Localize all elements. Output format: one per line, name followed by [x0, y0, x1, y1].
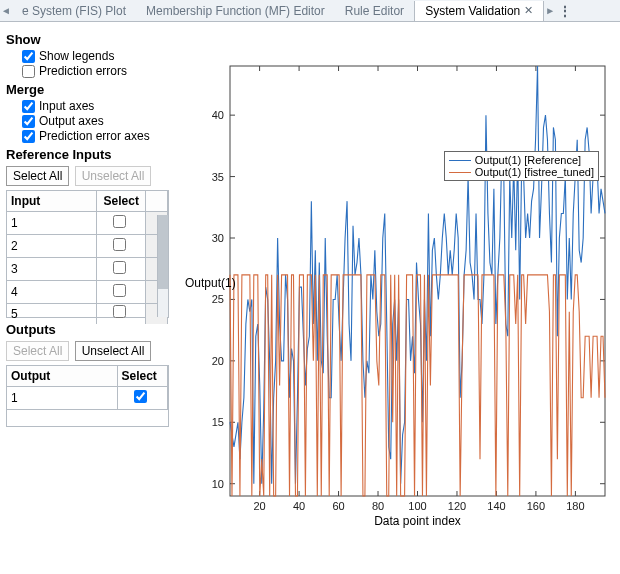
- input-2-select[interactable]: [113, 238, 126, 251]
- svg-text:100: 100: [408, 500, 426, 512]
- line-chart: 2040608010012014016018010152025303540 Ou…: [230, 66, 605, 496]
- close-icon[interactable]: ✕: [524, 4, 533, 17]
- svg-text:20: 20: [253, 500, 265, 512]
- svg-text:25: 25: [212, 293, 224, 305]
- legend-swatch: [449, 160, 471, 161]
- checkbox-input-axes[interactable]: [22, 100, 35, 113]
- y-axis-label: Output(1): [185, 276, 236, 290]
- ref-inputs-select-all[interactable]: Select All: [6, 166, 69, 186]
- section-outputs: Outputs: [6, 322, 181, 337]
- tab-scroll-left[interactable]: ◄: [0, 5, 12, 16]
- svg-text:120: 120: [448, 500, 466, 512]
- checkbox-show-legends[interactable]: [22, 50, 35, 63]
- table-row: 1: [7, 212, 168, 235]
- label-output-axes: Output axes: [39, 114, 104, 128]
- tab-label: System Validation: [425, 4, 520, 18]
- chart-legend: Output(1) [Reference] Output(1) [fistree…: [444, 151, 599, 181]
- label-pred-error-axes: Prediction error axes: [39, 129, 150, 143]
- checkbox-output-axes[interactable]: [22, 115, 35, 128]
- x-axis-label: Data point index: [230, 514, 605, 528]
- input-1-select[interactable]: [113, 215, 126, 228]
- table-row: 3: [7, 258, 168, 281]
- col-select: Select: [97, 191, 146, 212]
- kebab-icon[interactable]: ⋮: [556, 3, 574, 19]
- svg-text:10: 10: [212, 478, 224, 490]
- ref-inputs-unselect-all: Unselect All: [75, 166, 152, 186]
- tab-system-validation[interactable]: System Validation ✕: [414, 1, 544, 21]
- chevron-down-icon[interactable]: ▼: [158, 305, 167, 315]
- svg-text:60: 60: [332, 500, 344, 512]
- col-input: Input: [7, 191, 97, 212]
- svg-text:140: 140: [487, 500, 505, 512]
- tab-scroll-right[interactable]: ►: [544, 5, 556, 16]
- input-5-select[interactable]: [113, 305, 126, 318]
- table-row: 5: [7, 304, 168, 325]
- table-row: 1: [7, 387, 168, 410]
- table-row: 2: [7, 235, 168, 258]
- outputs-unselect-all[interactable]: Unselect All: [75, 341, 152, 361]
- table-row: 4: [7, 281, 168, 304]
- legend-swatch: [449, 172, 471, 173]
- checkbox-pred-error-axes[interactable]: [22, 130, 35, 143]
- section-merge: Merge: [6, 82, 181, 97]
- input-4-select[interactable]: [113, 284, 126, 297]
- outputs-table: OutputSelect 1: [6, 365, 169, 427]
- svg-text:80: 80: [372, 500, 384, 512]
- col-out-select: Select: [117, 366, 168, 387]
- legend-label: Output(1) [fistree_tuned]: [475, 166, 594, 178]
- col-output: Output: [7, 366, 117, 387]
- label-input-axes: Input axes: [39, 99, 94, 113]
- tab-fis-plot[interactable]: e System (FIS) Plot: [12, 1, 136, 21]
- tab-rule-editor[interactable]: Rule Editor: [335, 1, 414, 21]
- label-show-legends: Show legends: [39, 49, 114, 63]
- checkbox-prediction-errors[interactable]: [22, 65, 35, 78]
- svg-text:35: 35: [212, 171, 224, 183]
- label-prediction-errors: Prediction errors: [39, 64, 127, 78]
- section-show: Show: [6, 32, 181, 47]
- section-reference-inputs: Reference Inputs: [6, 147, 181, 162]
- outputs-select-all: Select All: [6, 341, 69, 361]
- reference-inputs-table: InputSelect 1 2 3 4 5 ▼: [6, 190, 169, 318]
- svg-text:40: 40: [212, 109, 224, 121]
- input-3-select[interactable]: [113, 261, 126, 274]
- svg-text:160: 160: [527, 500, 545, 512]
- svg-text:30: 30: [212, 232, 224, 244]
- svg-text:40: 40: [293, 500, 305, 512]
- svg-text:15: 15: [212, 416, 224, 428]
- svg-text:180: 180: [566, 500, 584, 512]
- svg-text:20: 20: [212, 355, 224, 367]
- tab-mf-editor[interactable]: Membership Function (MF) Editor: [136, 1, 335, 21]
- output-1-select[interactable]: [134, 390, 147, 403]
- legend-label: Output(1) [Reference]: [475, 154, 581, 166]
